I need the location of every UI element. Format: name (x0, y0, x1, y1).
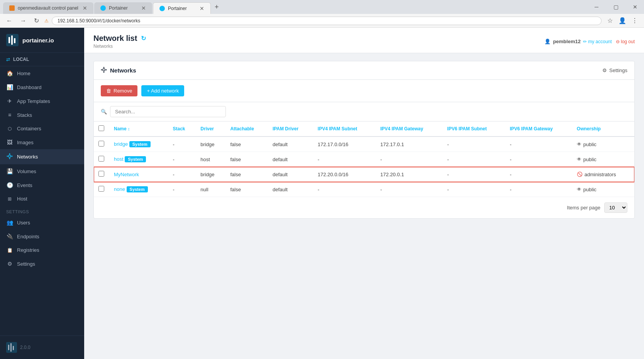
tab-omv[interactable]: openmediavault control panel - ✕ (3, 2, 93, 14)
sidebar-item-app-templates[interactable]: ✈ App Templates (0, 94, 84, 108)
sidebar-item-networks[interactable]: Networks (0, 149, 84, 164)
system-badge: System (129, 141, 151, 147)
profile-button[interactable]: 👤 (617, 15, 628, 26)
cell-stack: - (168, 137, 196, 152)
content: Networks ⚙ Settings 🗑 Remove + Add netwo… (84, 53, 644, 226)
cell-stack: - (168, 152, 196, 167)
cell-ipv6_subnet: - (442, 182, 505, 197)
settings-icon: ⚙ (6, 261, 13, 267)
row-checkbox[interactable] (98, 141, 104, 147)
sidebar-item-images[interactable]: 🖼 Images (0, 135, 84, 149)
row-checkbox[interactable] (98, 156, 104, 162)
restore-button[interactable]: ▢ (607, 1, 625, 13)
cell-ipv4_subnet: - (313, 152, 376, 167)
panel-settings-icon: ⚙ (602, 67, 607, 73)
ownership-label: public (583, 142, 597, 147)
minimize-button[interactable]: ─ (588, 1, 605, 13)
sidebar-footer: 2.0.0 (0, 335, 84, 359)
svg-point-19 (103, 72, 105, 73)
svg-rect-3 (14, 38, 15, 43)
cell-ipv6_gateway: - (505, 137, 572, 152)
networks-table: Name ↕ Stack Driver Attachable IPAM Driv… (94, 121, 634, 197)
close-button[interactable]: ✕ (626, 1, 644, 13)
sidebar-item-host[interactable]: ⊞ Host (0, 192, 84, 206)
sidebar-item-images-label: Images (17, 140, 34, 145)
col-ipam-driver: IPAM Driver (268, 121, 313, 137)
sidebar-item-dashboard-label: Dashboard (17, 84, 42, 90)
col-name[interactable]: Name ↕ (109, 121, 168, 137)
sidebar-item-endpoints[interactable]: 🔌 Endpoints (0, 229, 84, 243)
sidebar-item-events[interactable]: 🕐 Events (0, 178, 84, 192)
window-controls: ─ ▢ ✕ (588, 1, 644, 13)
logout-link[interactable]: ⊖ log out (616, 39, 635, 44)
items-per-page-select[interactable]: 10 25 50 100 (604, 202, 627, 213)
sidebar-item-users-label: Users (17, 220, 30, 226)
table-row: bridge System-bridgefalsedefault172.17.0… (94, 137, 634, 152)
pagination-label: Items per page (567, 205, 600, 211)
stacks-icon: ≡ (6, 112, 13, 118)
network-name-link[interactable]: MyNetwork (114, 172, 139, 177)
cell-ipv4_subnet: - (313, 182, 376, 197)
panel-settings-label: Settings (609, 67, 627, 73)
sidebar-item-endpoints-label: Endpoints (17, 234, 39, 239)
row-checkbox[interactable] (98, 186, 104, 192)
remove-icon: 🗑 (106, 88, 111, 94)
bookmark-button[interactable]: ☆ (605, 15, 615, 26)
panel-header: Networks ⚙ Settings (94, 61, 634, 80)
env-arrows-icon: ⇄ (6, 57, 10, 62)
dashboard-icon: 📊 (6, 84, 13, 90)
select-all-checkbox[interactable] (98, 125, 104, 131)
network-name-link[interactable]: host (114, 156, 124, 162)
refresh-icon[interactable]: ↻ (141, 35, 146, 42)
tab-portainer1-close[interactable]: ✕ (141, 5, 146, 11)
search-input[interactable] (110, 106, 226, 117)
sidebar-item-networks-label: Networks (17, 154, 38, 160)
panel-title: Networks (101, 67, 136, 74)
my-account-link[interactable]: ✏ my account (583, 39, 612, 44)
cell-ipam_driver: default (268, 167, 313, 182)
sidebar-item-dashboard[interactable]: 📊 Dashboard (0, 80, 84, 94)
panel-actions: 🗑 Remove + Add network (94, 80, 634, 102)
cell-ipv4_gateway: - (376, 182, 442, 197)
sidebar: portainer.io ⇄ LOCAL 🏠 Home 📊 Dashboard … (0, 28, 84, 359)
sidebar-item-containers[interactable]: ⬡ Containers (0, 122, 84, 135)
sidebar-item-stacks[interactable]: ≡ Stacks (0, 108, 84, 122)
sidebar-item-home[interactable]: 🏠 Home (0, 66, 84, 80)
sidebar-item-users[interactable]: 👥 Users (0, 216, 84, 229)
cell-ipv6_gateway: - (505, 167, 572, 182)
security-warning-icon: ⚠ (44, 18, 49, 24)
tab-portainer2-close[interactable]: ✕ (200, 5, 204, 12)
networks-panel: Networks ⚙ Settings 🗑 Remove + Add netwo… (93, 61, 635, 219)
forward-button[interactable]: → (18, 16, 29, 26)
row-checkbox[interactable] (98, 171, 104, 177)
col-stack: Stack (168, 121, 196, 137)
endpoints-icon: 🔌 (6, 233, 13, 239)
tab-portainer2[interactable]: Portainer ✕ (153, 2, 211, 14)
cell-ownership: 👁 public (572, 152, 634, 167)
back-button[interactable]: ← (4, 16, 15, 26)
volumes-icon: 💾 (6, 168, 13, 174)
extensions-button[interactable]: ⋮ (629, 15, 640, 26)
col-driver: Driver (196, 121, 225, 137)
ownership-icon: 🚫 (577, 172, 583, 177)
tab-portainer1-label: Portainer (109, 5, 128, 11)
add-network-button[interactable]: + Add network (141, 85, 184, 96)
pagination: Items per page 10 25 50 100 (94, 197, 634, 218)
reload-button[interactable]: ↻ (32, 15, 41, 26)
cell-attachable: false (225, 167, 268, 182)
network-name-link[interactable]: bridge (114, 141, 128, 147)
network-name-link[interactable]: none (114, 186, 125, 192)
user-info: 👤 pemblem12 ✏ my account ⊖ log out (544, 39, 635, 44)
tab-portainer1[interactable]: Portainer ✕ (94, 2, 152, 14)
home-icon: 🏠 (6, 70, 13, 76)
address-bar[interactable] (52, 17, 602, 25)
remove-button[interactable]: 🗑 Remove (101, 85, 137, 96)
sidebar-item-volumes[interactable]: 💾 Volumes (0, 164, 84, 178)
sidebar-item-host-label: Host (17, 196, 27, 202)
panel-settings-button[interactable]: ⚙ Settings (602, 67, 627, 73)
new-tab-button[interactable]: + (212, 3, 222, 11)
sidebar-item-settings[interactable]: ⚙ Settings (0, 257, 84, 271)
sidebar-item-stacks-label: Stacks (17, 112, 32, 118)
tab-omv-close[interactable]: ✕ (83, 5, 87, 11)
sidebar-item-registries[interactable]: 📋 Registries (0, 243, 84, 257)
